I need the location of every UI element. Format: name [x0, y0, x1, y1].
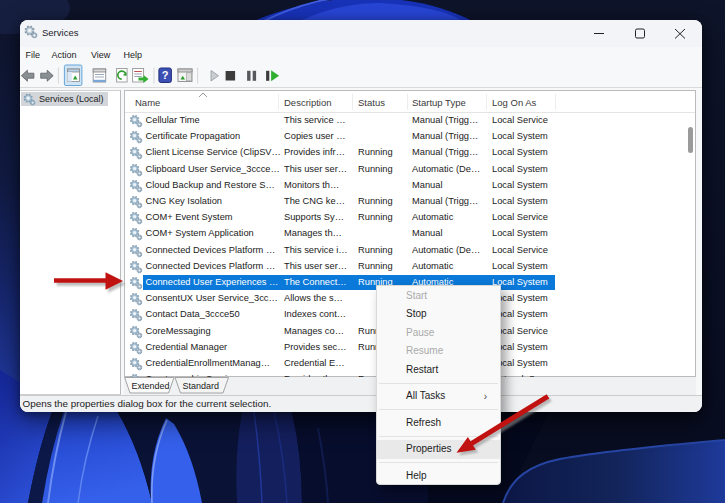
svg-text:Extended: Extended: [132, 381, 170, 391]
svg-text:?: ?: [161, 69, 168, 81]
svg-text:Standard: Standard: [183, 381, 220, 391]
